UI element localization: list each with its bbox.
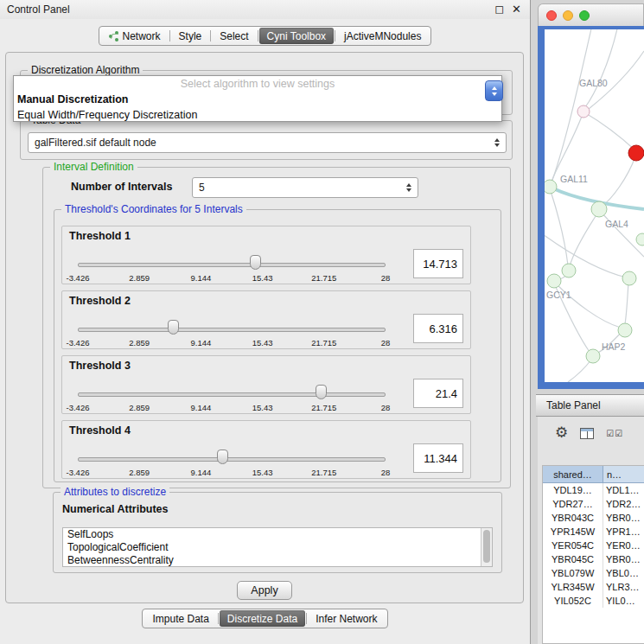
table-row[interactable]: YDR27…YDR2…	[543, 497, 644, 511]
tab-impute-data[interactable]: Impute Data	[144, 610, 216, 627]
select-columns-checkboxes-icon[interactable]: ☑☑	[606, 429, 623, 438]
algorithm-option[interactable]: Equal Width/Frequency Discretization	[14, 107, 501, 123]
network-node[interactable]	[547, 274, 561, 288]
slider-thumb[interactable]	[316, 385, 327, 399]
network-canvas[interactable]: GAL80 GAL11 GAL4 GCY1 HAP2	[545, 29, 644, 382]
slider-thumb[interactable]	[217, 450, 228, 464]
table-row[interactable]: YIL052CYIL0…	[543, 594, 644, 608]
network-edge[interactable]	[545, 234, 627, 277]
table-data-select[interactable]: galFiltered.sif default node	[28, 132, 507, 153]
slider-tick-label: -3.426	[67, 273, 90, 283]
network-node[interactable]	[636, 233, 644, 245]
scrollbar-thumb[interactable]	[483, 530, 490, 563]
close-window-icon[interactable]: ✕	[512, 3, 521, 16]
tab-jactivemnodules[interactable]: jActiveMNodules	[336, 28, 429, 44]
table-cell-name: YBR0…	[603, 511, 644, 525]
network-edge[interactable]	[552, 114, 583, 182]
chevron-up-icon	[492, 86, 497, 90]
algorithm-combo-arrows-button[interactable]	[485, 80, 503, 101]
tab-network[interactable]: Network	[101, 28, 169, 44]
slider-tick-label: 2.859	[129, 403, 150, 412]
slider-tick-label: 28	[381, 403, 391, 412]
gear-icon[interactable]: ⚙	[555, 424, 568, 442]
threshold-label: Threshold 4	[69, 424, 131, 437]
control-panel-window: Control Panel ◻ ✕ NetworkStyleSelectCyni…	[0, 0, 531, 644]
tab-infer-network[interactable]: Infer Network	[308, 610, 385, 627]
tab-discretize-data[interactable]: Discretize Data	[220, 610, 305, 627]
tab-cyni-toolbox[interactable]: Cyni Toolbox	[259, 28, 334, 44]
slider-tick-label: 28	[381, 338, 391, 348]
table-row[interactable]: YPR145WYPR1…	[543, 525, 644, 539]
slider-tick-label: 9.144	[191, 403, 212, 412]
column-header-shared-name[interactable]: shared…	[543, 466, 603, 483]
threshold-slider[interactable]: -3.4262.8599.14415.4321.71528	[73, 379, 394, 413]
float-window-icon[interactable]: ◻	[494, 3, 504, 16]
network-edge[interactable]	[602, 156, 635, 207]
network-node[interactable]	[545, 180, 557, 194]
network-edge[interactable]	[625, 282, 628, 324]
threshold-slider[interactable]: -3.4262.8599.14415.4321.71528	[73, 314, 394, 348]
tab-label: jActiveMNodules	[344, 30, 421, 42]
table-row[interactable]: YER054CYER0…	[543, 539, 644, 552]
threshold-slider[interactable]: -3.4262.8599.14415.4321.71528	[73, 249, 394, 284]
table-row[interactable]: YLR345WYLR3…	[543, 580, 644, 594]
table-toolbar: ⚙ ☑☑	[538, 422, 623, 444]
threshold-label: Threshold 2	[69, 295, 131, 307]
network-node[interactable]	[577, 105, 590, 118]
network-node[interactable]	[562, 264, 576, 277]
apply-button[interactable]: Apply	[237, 581, 292, 600]
node-table: shared… n… YDL19…YDL1…YDR27…YDR2…YBR043C…	[542, 465, 644, 644]
threshold-value-input[interactable]	[413, 249, 463, 278]
tab-label: Discretize Data	[227, 613, 297, 625]
attributes-group-title: Attributes to discretize	[61, 486, 169, 499]
attribute-list-item[interactable]: BetweennessCentrality	[63, 554, 492, 567]
zoom-traffic-light-icon[interactable]	[579, 10, 590, 21]
control-panel-titlebar[interactable]: Control Panel ◻ ✕	[0, 0, 530, 19]
algorithm-placeholder-item[interactable]: Select algorithm to view settings	[14, 76, 501, 92]
attributes-list[interactable]: SelfLoopsTopologicalCoefficientBetweenne…	[62, 527, 493, 567]
algorithm-options: Manual DiscretizationEqual Width/Frequen…	[14, 92, 501, 123]
selected-network-node[interactable]	[628, 145, 644, 161]
table-cell-shared-name: YER054C	[543, 539, 603, 552]
threshold-value-input[interactable]	[413, 314, 463, 343]
network-node[interactable]	[586, 349, 600, 363]
table-row[interactable]: YDL19…YDL1…	[543, 483, 644, 497]
table-row[interactable]: YBR043CYBR0…	[543, 511, 644, 525]
interval-definition-title: Interval Definition	[50, 161, 137, 174]
column-header-name[interactable]: n…	[603, 466, 644, 483]
attributes-scrollbar[interactable]	[481, 528, 492, 566]
tab-label: Impute Data	[152, 613, 208, 625]
attribute-list-item[interactable]: TopologicalCoefficient	[63, 541, 492, 554]
tab-style[interactable]: Style	[171, 28, 210, 44]
threshold-slider[interactable]: -3.4262.8599.14415.4321.71528	[73, 443, 394, 478]
table-row[interactable]: YBL079WYBL0…	[543, 566, 644, 580]
network-node[interactable]	[622, 271, 636, 285]
attribute-list-item[interactable]: SelfLoops	[63, 528, 492, 541]
threshold-label: Threshold 1	[69, 230, 131, 242]
network-edge[interactable]	[551, 191, 568, 265]
network-node[interactable]	[618, 323, 632, 337]
algorithm-option[interactable]: Manual Discretization	[14, 92, 501, 107]
minimize-traffic-light-icon[interactable]	[563, 10, 573, 21]
num-intervals-select[interactable]: 5	[192, 177, 418, 198]
network-edge[interactable]	[568, 360, 591, 382]
slider-tick-label: -3.426	[67, 403, 90, 412]
network-edge[interactable]	[570, 214, 597, 266]
close-traffic-light-icon[interactable]	[546, 10, 557, 21]
slider-thumb[interactable]	[168, 320, 179, 335]
table-row[interactable]: YBR045CYBR0…	[543, 552, 644, 566]
slider-tick-label: 28	[381, 468, 391, 477]
slider-thumb[interactable]	[250, 255, 261, 270]
network-edge[interactable]	[584, 112, 635, 150]
columns-icon[interactable]	[580, 428, 594, 439]
slider-tick-label: 2.859	[129, 468, 150, 477]
network-node[interactable]	[591, 201, 607, 217]
threshold-value-input[interactable]	[413, 443, 463, 473]
tab-select[interactable]: Select	[212, 28, 256, 44]
network-window-titlebar[interactable]	[538, 3, 644, 26]
network-edge[interactable]	[585, 29, 618, 107]
table-panel-titlebar[interactable]: Table Panel	[536, 394, 644, 417]
tab-label: Cyni Toolbox	[267, 30, 326, 42]
threshold-value-input[interactable]	[413, 379, 463, 408]
interval-definition-group: Interval Definition Number of Intervals …	[42, 167, 511, 488]
